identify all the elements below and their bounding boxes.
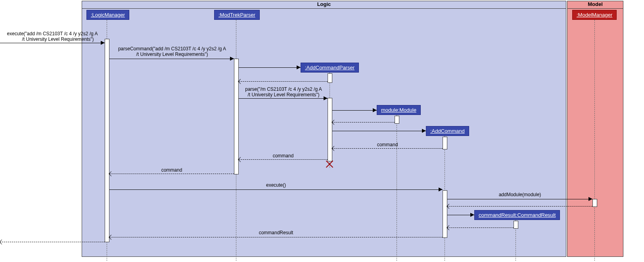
model-frame-label: Model <box>567 1 623 9</box>
activation-module <box>395 116 399 124</box>
arrow-return-module <box>332 122 395 122</box>
activation-modelmanager <box>592 199 597 207</box>
msg-parse-2: /t University Level Requirements") <box>240 92 328 98</box>
arrow-return-commandresult <box>447 228 514 228</box>
arrowhead-create-module <box>373 108 377 112</box>
msg-execute-entry-1: execute("add /m CS2103T /c 4 /y y2s2 /g … <box>0 31 105 36</box>
logic-frame-label: Logic <box>82 1 566 9</box>
arrowhead-create-addcmdparser <box>297 65 301 69</box>
participant-logicmanager: :LogicManager <box>86 10 129 20</box>
arrow-return-command-mtp <box>239 159 328 160</box>
lifeline-module <box>397 115 397 261</box>
arrowhead-return-entry <box>0 239 4 245</box>
activation-addcommand-1 <box>443 137 447 149</box>
msg-return-command-addcmdparser: command <box>332 142 443 147</box>
participant-commandresult: commandResult:CommandResult <box>474 210 560 220</box>
participant-addcommand: :AddCommand <box>426 126 469 136</box>
arrowhead-execute-entry <box>101 41 105 45</box>
model-frame: Model <box>567 1 623 257</box>
arrowhead-addmodule <box>588 197 592 201</box>
arrow-return-command-addcmdparser <box>332 148 443 149</box>
msg-parsecommand-1: parseCommand("add /m CS2103T /c 4 /y y2s… <box>110 46 234 52</box>
arrowhead-parsecommand <box>230 57 234 61</box>
participant-addcommandparser: :AddCommandParser <box>301 63 359 73</box>
activation-logicmanager <box>105 39 109 242</box>
activation-addcommand-2 <box>443 190 447 238</box>
arrow-return-command-lm <box>109 174 234 174</box>
participant-module: module:Module <box>377 105 421 115</box>
arrow-execute-entry <box>0 43 105 43</box>
destroy-addcmdparser-icon <box>326 160 334 168</box>
arrow-return-entry <box>0 242 105 242</box>
msg-parse-1: parse("/m CS2103T /c 4 /y y2s2 /g A <box>240 86 328 92</box>
arrow-create-addcmdparser <box>239 67 301 68</box>
arrow-create-module <box>332 110 377 111</box>
lifeline-modelmanager <box>594 20 595 261</box>
arrow-parsecommand <box>109 59 234 59</box>
arrow-parse <box>239 98 328 99</box>
arrowhead-parse <box>324 96 328 100</box>
arrow-return-addcmdparser-create <box>239 81 328 82</box>
activation-addcmdparser-1 <box>328 73 332 83</box>
arrow-addmodule <box>447 199 592 199</box>
msg-parsecommand-2: /t University Level Requirements") <box>110 52 234 57</box>
msg-execute-entry-2: /t University Level Requirements") <box>11 36 105 42</box>
arrowhead-create-commandresult <box>470 213 474 217</box>
activation-modtrekparser <box>234 59 239 174</box>
msg-addmodule: addModule(module) <box>447 192 592 197</box>
arrow-return-addmodule <box>447 206 592 207</box>
msg-execute: execute() <box>109 182 443 188</box>
participant-modtrekparser: :ModTrekParser <box>214 10 260 20</box>
arrow-return-cmdresult <box>109 237 443 237</box>
activation-addcmdparser-2 <box>328 98 332 161</box>
arrowhead-create-addcommand <box>422 129 426 133</box>
arrow-create-addcommand <box>332 131 426 131</box>
activation-commandresult <box>514 221 518 229</box>
msg-return-command-lm: command <box>109 167 234 173</box>
msg-return-command-mtp: command <box>239 153 328 159</box>
participant-modelmanager: :ModelManager <box>572 10 617 20</box>
arrow-execute <box>109 189 443 190</box>
arrowhead-execute <box>439 187 443 191</box>
msg-return-cmdresult: commandResult <box>109 230 443 235</box>
